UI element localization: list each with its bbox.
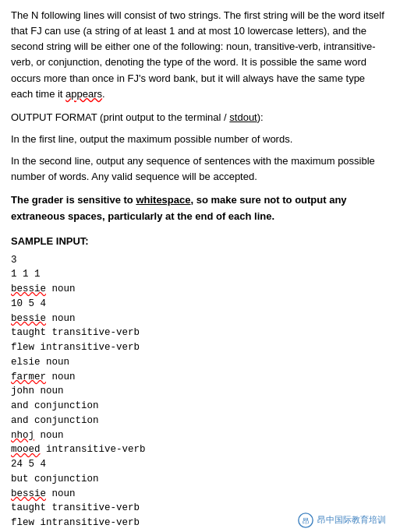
stdout-label: stdout — [229, 111, 257, 123]
output-line1: In the first line, output the maximum po… — [11, 132, 386, 147]
code-line-9: farmer noun — [11, 370, 386, 385]
main-paragraph: The N following lines will consist of tw… — [11, 8, 386, 102]
sample-input-label: SAMPLE INPUT: — [11, 235, 386, 247]
output-format-section: OUTPUT FORMAT (print output to the termi… — [11, 110, 386, 185]
bold-warning: The grader is sensitive to whitespace, s… — [11, 192, 386, 224]
code-line-17: bessie noun — [11, 487, 386, 502]
output-format-label: OUTPUT FORMAT (print output to the termi… — [11, 110, 386, 125]
watermark-text: 昂中国际教育培训 — [317, 514, 386, 526]
fj-ref-1: FJ's — [128, 72, 146, 84]
watermark-icon: 昂 — [297, 512, 314, 529]
code-line-2: 1 1 1 — [11, 267, 386, 282]
code-line-12: and conjunction — [11, 414, 386, 428]
code-line-14: mooed intransitive-verb — [11, 442, 386, 457]
code-line-1: 3 — [11, 253, 386, 268]
appears-word: appears — [65, 88, 102, 100]
code-line-7: flew intransitive-verb — [11, 340, 386, 355]
code-line-4: 10 5 4 — [11, 297, 386, 312]
code-line-15: 24 5 4 — [11, 457, 386, 472]
code-section: 3 1 1 1 bessie noun 10 5 4 bessie noun t… — [11, 253, 386, 530]
code-line-16: but conjunction — [11, 472, 386, 487]
code-line-8: elsie noun — [11, 355, 386, 370]
code-line-13: nhoj noun — [11, 428, 386, 443]
code-line-10: john noun — [11, 384, 386, 399]
output-line2: In the second line, output any sequence … — [11, 153, 386, 185]
code-line-6: taught transitive-verb — [11, 326, 386, 340]
whitespace-underline: whitespace — [136, 194, 190, 206]
watermark: 昂 昂中国际教育培训 — [297, 512, 386, 529]
bold-warning-block: The grader is sensitive to whitespace, s… — [11, 192, 386, 224]
code-block: 3 1 1 1 bessie noun 10 5 4 bessie noun t… — [11, 253, 386, 530]
code-line-5: bessie noun — [11, 312, 386, 326]
code-line-11: and conjunction — [11, 399, 386, 414]
svg-text:昂: 昂 — [303, 517, 310, 525]
intro-text: The N following lines will consist of tw… — [11, 8, 386, 102]
code-line-3: bessie noun — [11, 282, 386, 297]
